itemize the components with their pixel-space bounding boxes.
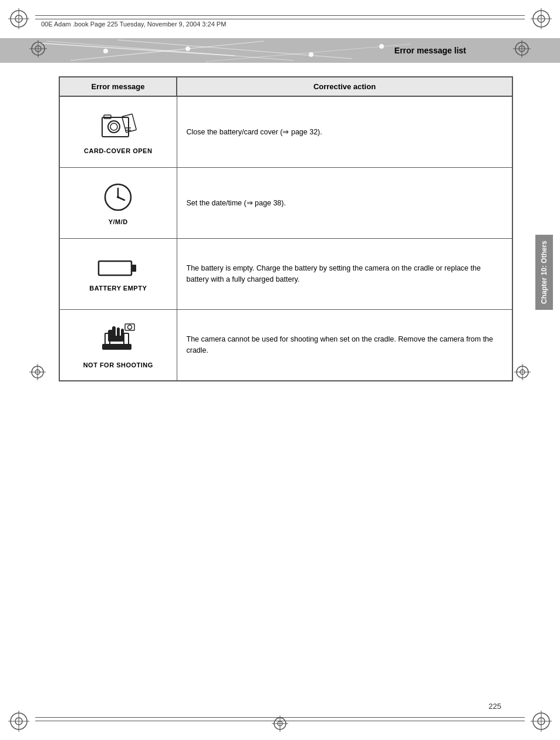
- svg-point-16: [309, 52, 313, 57]
- card-cover-open-icon: [99, 110, 137, 143]
- error-message-table: Error message Corrective action: [59, 76, 513, 381]
- col-header-corrective-action: Corrective action: [177, 77, 512, 96]
- battery-icon-area: BATTERY EMPTY: [66, 248, 171, 300]
- clock-icon: [102, 181, 134, 214]
- table-row: BATTERY EMPTY The battery is empty. Char…: [59, 239, 512, 310]
- action-text-battery: The battery is empty. Charge the battery…: [187, 264, 481, 283]
- svg-rect-46: [108, 336, 124, 342]
- battery-empty-icon: [97, 256, 139, 280]
- table-row: Y/M/D Set the date/time (⇒ page 38).: [59, 168, 512, 239]
- table-row: CARD-COVER OPEN Close the battery/card c…: [59, 96, 512, 168]
- svg-point-27: [108, 121, 120, 133]
- reg-mark-top-right: [531, 8, 552, 29]
- reg-mark-header-left: [29, 40, 47, 58]
- not-shooting-label: NOT FOR SHOOTING: [83, 361, 153, 369]
- action-text-ymd: Set the date/time (⇒ page 38).: [187, 199, 286, 207]
- svg-point-28: [110, 123, 117, 130]
- ymd-label: Y/M/D: [109, 218, 128, 225]
- reg-mark-header-right: [513, 40, 531, 58]
- error-cell-battery: BATTERY EMPTY: [59, 239, 177, 310]
- chapter-label: Chapter 10: Others: [535, 235, 553, 310]
- not-shooting-icon-area: NOT FOR SHOOTING: [66, 319, 171, 371]
- reg-mark-bottom-center: [272, 715, 288, 732]
- reg-mark-bottom-left: [8, 711, 29, 732]
- error-cell-not-shooting: NOT FOR SHOOTING: [59, 310, 177, 381]
- chapter-sidebar: Chapter 10: Others: [528, 235, 560, 310]
- error-cell-card-cover: CARD-COVER OPEN: [59, 96, 177, 168]
- clock-icon-area: Y/M/D: [66, 177, 171, 229]
- header-band: Error message list: [0, 38, 560, 63]
- battery-label: BATTERY EMPTY: [89, 285, 147, 292]
- not-for-shooting-icon: [99, 322, 137, 357]
- error-cell-ymd: Y/M/D: [59, 168, 177, 239]
- svg-rect-41: [124, 333, 129, 345]
- card-cover-label: CARD-COVER OPEN: [84, 147, 152, 154]
- page-title: Error message list: [394, 46, 466, 55]
- page-number: 225: [488, 702, 501, 711]
- svg-point-14: [103, 49, 108, 53]
- book-info-text: 00E Adam .book Page 225 Tuesday, Novembe…: [41, 21, 226, 28]
- main-content-area: Error message Corrective action: [59, 76, 513, 381]
- col-header-error-message: Error message: [59, 77, 177, 96]
- action-text-card-cover: Close the battery/card cover (⇒ page 32)…: [187, 128, 322, 136]
- svg-rect-38: [131, 265, 136, 272]
- reg-mark-mid-left: [29, 364, 46, 380]
- top-border-line1: [35, 15, 525, 16]
- svg-point-48: [127, 325, 131, 329]
- action-cell-not-shooting: The camera cannot be used for shooting w…: [177, 310, 512, 381]
- action-cell-card-cover: Close the battery/card cover (⇒ page 32)…: [177, 96, 512, 168]
- reg-mark-top-left: [8, 8, 29, 29]
- reg-mark-bottom-right: [531, 711, 552, 732]
- svg-point-36: [117, 196, 119, 198]
- svg-point-15: [185, 46, 190, 51]
- action-cell-battery: The battery is empty. Charge the battery…: [177, 239, 512, 310]
- svg-rect-37: [99, 261, 131, 275]
- action-text-not-shooting: The camera cannot be used for shooting w…: [187, 335, 494, 354]
- card-cover-icon-area: CARD-COVER OPEN: [66, 106, 171, 158]
- action-cell-ymd: Set the date/time (⇒ page 38).: [177, 168, 512, 239]
- reg-mark-mid-right: [514, 364, 531, 380]
- table-row: NOT FOR SHOOTING The camera cannot be us…: [59, 310, 512, 381]
- book-info-bar: 00E Adam .book Page 225 Tuesday, Novembe…: [35, 18, 525, 31]
- svg-point-17: [379, 44, 384, 49]
